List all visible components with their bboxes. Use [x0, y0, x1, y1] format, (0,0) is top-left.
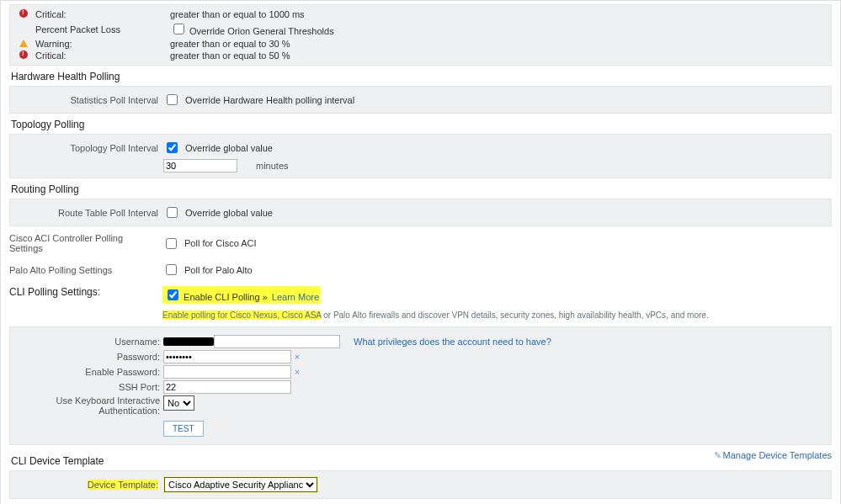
cli-kbauth-label1: Use Keyboard Interactive [56, 395, 160, 406]
hw-stat-interval-label: Statistics Poll Interval [15, 95, 163, 105]
cli-username-input[interactable] [214, 335, 340, 348]
packet-loss-critical-label: Critical: [32, 50, 167, 61]
packet-loss-warning-value: greater than or equal to 30 % [167, 39, 290, 49]
cli-sshport-input[interactable] [163, 380, 291, 394]
response-time-critical-label: Critical: [32, 9, 167, 19]
cli-help-text-rest: or Palo Alto firewalls and discover VPN … [321, 310, 708, 320]
topology-title: Topology Polling [9, 114, 832, 134]
cli-enable-label: Enable CLI Polling [184, 292, 260, 302]
hardware-health-title: Hardware Health Polling [9, 66, 832, 86]
aci-poll-checkbox[interactable] [166, 238, 177, 249]
cli-kbauth-label2: Authentication: [98, 406, 160, 416]
cli-learn-more-link[interactable]: Learn More [272, 292, 319, 302]
critical-icon [19, 9, 28, 18]
topology-override-label: Override global value [185, 143, 273, 153]
cli-kbauth-select[interactable]: No [163, 395, 194, 411]
cli-enablepw-input[interactable] [163, 365, 291, 379]
topology-override-checkbox[interactable] [167, 142, 178, 153]
pencil-icon: ✎ [714, 450, 721, 460]
routing-label: Route Table Poll Interval [15, 208, 163, 218]
cli-username-value-redacted [163, 337, 214, 346]
warning-icon [19, 40, 28, 47]
aci-poll-label: Poll for Cisco ACI [184, 238, 257, 248]
hw-override-checkbox[interactable] [167, 94, 178, 105]
cli-privileges-link[interactable]: What privileges does the account need to… [354, 337, 551, 347]
routing-override-label: Override global value [185, 208, 273, 218]
topology-interval-input[interactable] [163, 159, 237, 172]
cli-help-text-hl: Enable polling for Cisco Nexus, Cisco AS… [162, 310, 321, 320]
cli-enablepw-label: Enable Password: [15, 367, 163, 377]
hw-override-label: Override Hardware Health polling interva… [185, 95, 354, 105]
cli-enable-checkbox[interactable] [168, 289, 178, 300]
cli-sshport-label: SSH Port: [15, 382, 163, 392]
packet-loss-label: Percent Packet Loss [32, 24, 167, 34]
palo-alto-poll-label: Poll for Palo Alto [184, 265, 253, 275]
cli-password-input[interactable] [163, 350, 291, 363]
device-template-select[interactable]: Cisco Adaptive Security Appliance [164, 477, 317, 492]
topology-interval-unit: minutes [256, 161, 289, 171]
aci-title: Cisco ACI Controller Polling Settings [9, 233, 162, 253]
topology-interval-label: Topology Poll Interval [15, 143, 163, 153]
cli-learn-chevron: » [263, 292, 268, 302]
packet-loss-override-label: Override Orion General Thresholds [189, 26, 334, 36]
palo-alto-title: Palo Alto Polling Settings [9, 265, 162, 275]
packet-loss-warning-label: Warning: [32, 39, 167, 49]
critical-icon [19, 50, 28, 59]
cli-test-button[interactable]: TEST [163, 421, 204, 437]
packet-loss-override-checkbox[interactable] [173, 24, 184, 34]
routing-title: Routing Polling [9, 178, 832, 199]
manage-device-templates-link[interactable]: Manage Device Templates [723, 450, 832, 460]
routing-override-checkbox[interactable] [167, 207, 178, 218]
cli-password-clear-button[interactable]: × [291, 351, 303, 363]
packet-loss-critical-value: greater than or equal to 50 % [167, 50, 290, 61]
cli-device-template-title: CLI Device Template [9, 450, 104, 470]
response-time-critical-value: greater than or equal to 1000 ms [167, 9, 305, 19]
cli-settings-title: CLI Polling Settings: [9, 286, 162, 298]
cli-enablepw-clear-button[interactable]: × [291, 366, 303, 378]
palo-alto-poll-checkbox[interactable] [166, 264, 177, 275]
cli-password-label: Password: [15, 352, 163, 362]
device-template-label: Device Template: [88, 480, 158, 490]
cli-username-label: Username: [15, 337, 163, 347]
